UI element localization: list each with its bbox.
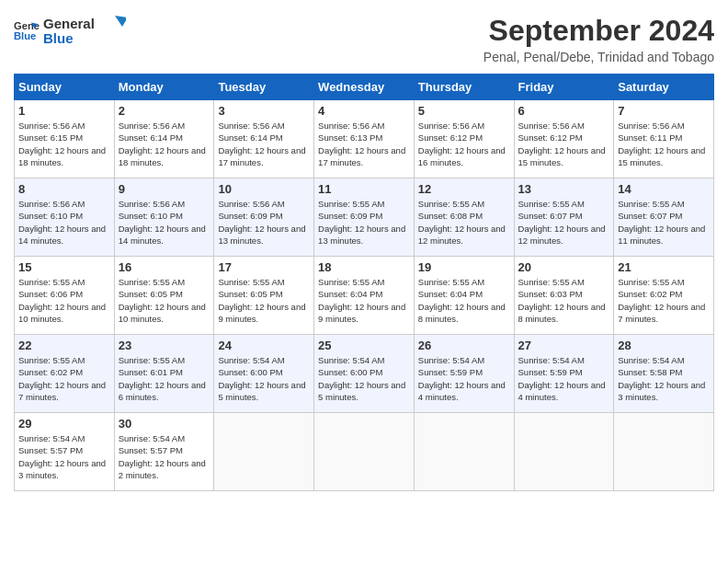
- empty-cell: [314, 413, 415, 491]
- day-cell-12: 12 Sunrise: 5:55 AMSunset: 6:08 PMDaylig…: [414, 178, 514, 257]
- day-cell-10: 10 Sunrise: 5:56 AMSunset: 6:09 PMDaylig…: [214, 178, 314, 257]
- month-title: September 2024: [483, 14, 714, 48]
- day-cell-16: 16 Sunrise: 5:55 AMSunset: 6:05 PMDaylig…: [114, 257, 214, 335]
- day-cell-13: 13 Sunrise: 5:55 AMSunset: 6:07 PMDaylig…: [514, 178, 614, 257]
- day-cell-7: 7 Sunrise: 5:56 AMSunset: 6:11 PMDayligh…: [614, 100, 714, 178]
- logo: General Blue General Blue: [14, 14, 126, 47]
- day-cell-18: 18 Sunrise: 5:55 AMSunset: 6:04 PMDaylig…: [314, 257, 415, 335]
- day-cell-26: 26 Sunrise: 5:54 AMSunset: 5:59 PMDaylig…: [414, 335, 514, 413]
- empty-cell: [414, 413, 514, 491]
- day-cell-20: 20 Sunrise: 5:55 AMSunset: 6:03 PMDaylig…: [514, 257, 614, 335]
- col-wednesday: Wednesday: [314, 75, 415, 100]
- col-thursday: Thursday: [414, 75, 514, 100]
- week-row-2: 8 Sunrise: 5:56 AMSunset: 6:10 PMDayligh…: [15, 178, 714, 257]
- calendar-table: Sunday Monday Tuesday Wednesday Thursday…: [14, 74, 714, 491]
- header-row: Sunday Monday Tuesday Wednesday Thursday…: [15, 75, 714, 100]
- title-area: September 2024 Penal, Penal/Debe, Trinid…: [483, 14, 714, 64]
- col-friday: Friday: [514, 75, 614, 100]
- col-monday: Monday: [114, 75, 214, 100]
- day-cell-28: 28 Sunrise: 5:54 AMSunset: 5:58 PMDaylig…: [614, 335, 714, 413]
- page-container: General Blue General Blue September 2024…: [14, 14, 714, 491]
- empty-cell: 1Sunrise: 5:56 AMSunset: 6:15 PMDaylight…: [15, 100, 115, 178]
- day-cell-24: 24 Sunrise: 5:54 AMSunset: 6:00 PMDaylig…: [214, 335, 314, 413]
- empty-cell: [214, 413, 314, 491]
- empty-cell: [614, 413, 714, 491]
- day-cell-3: 3 Sunrise: 5:56 AMSunset: 6:14 PMDayligh…: [214, 100, 314, 178]
- svg-text:Blue: Blue: [43, 30, 74, 46]
- week-row-3: 15 Sunrise: 5:55 AMSunset: 6:06 PMDaylig…: [15, 257, 714, 335]
- logo-svg: General Blue: [43, 14, 126, 47]
- col-tuesday: Tuesday: [214, 75, 314, 100]
- svg-marker-4: [115, 16, 126, 27]
- day-cell-9: 9 Sunrise: 5:56 AMSunset: 6:10 PMDayligh…: [114, 178, 214, 257]
- col-sunday: Sunday: [15, 75, 115, 100]
- svg-text:General: General: [43, 16, 95, 31]
- day-cell-6: 6 Sunrise: 5:56 AMSunset: 6:12 PMDayligh…: [514, 100, 614, 178]
- day-cell-21: 21 Sunrise: 5:55 AMSunset: 6:02 PMDaylig…: [614, 257, 714, 335]
- day-cell-17: 17 Sunrise: 5:55 AMSunset: 6:05 PMDaylig…: [214, 257, 314, 335]
- day-cell-5: 5 Sunrise: 5:56 AMSunset: 6:12 PMDayligh…: [414, 100, 514, 178]
- day-cell-15: 15 Sunrise: 5:55 AMSunset: 6:06 PMDaylig…: [15, 257, 115, 335]
- day-cell-23: 23 Sunrise: 5:55 AMSunset: 6:01 PMDaylig…: [114, 335, 214, 413]
- day-cell-8: 8 Sunrise: 5:56 AMSunset: 6:10 PMDayligh…: [15, 178, 115, 257]
- empty-cell: 2Sunrise: 5:56 AMSunset: 6:14 PMDaylight…: [114, 100, 214, 178]
- col-saturday: Saturday: [614, 75, 714, 100]
- day-cell-11: 11 Sunrise: 5:55 AMSunset: 6:09 PMDaylig…: [314, 178, 415, 257]
- day-cell-4: 4 Sunrise: 5:56 AMSunset: 6:13 PMDayligh…: [314, 100, 415, 178]
- week-row-4: 22 Sunrise: 5:55 AMSunset: 6:02 PMDaylig…: [15, 335, 714, 413]
- day-cell-27: 27 Sunrise: 5:54 AMSunset: 5:59 PMDaylig…: [514, 335, 614, 413]
- day-cell-29: 29 Sunrise: 5:54 AMSunset: 5:57 PMDaylig…: [15, 413, 115, 491]
- day-cell-19: 19 Sunrise: 5:55 AMSunset: 6:04 PMDaylig…: [414, 257, 514, 335]
- week-row-5: 29 Sunrise: 5:54 AMSunset: 5:57 PMDaylig…: [15, 413, 714, 491]
- day-cell-22: 22 Sunrise: 5:55 AMSunset: 6:02 PMDaylig…: [15, 335, 115, 413]
- week-row-1: 1Sunrise: 5:56 AMSunset: 6:15 PMDaylight…: [15, 100, 714, 178]
- day-cell-30: 30 Sunrise: 5:54 AMSunset: 5:57 PMDaylig…: [114, 413, 214, 491]
- day-cell-25: 25 Sunrise: 5:54 AMSunset: 6:00 PMDaylig…: [314, 335, 415, 413]
- day-cell-14: 14 Sunrise: 5:55 AMSunset: 6:07 PMDaylig…: [614, 178, 714, 257]
- header: General Blue General Blue September 2024…: [14, 14, 714, 64]
- logo-icon: General Blue: [14, 17, 40, 43]
- subtitle: Penal, Penal/Debe, Trinidad and Tobago: [483, 50, 714, 64]
- svg-text:Blue: Blue: [14, 30, 36, 41]
- empty-cell: [514, 413, 614, 491]
